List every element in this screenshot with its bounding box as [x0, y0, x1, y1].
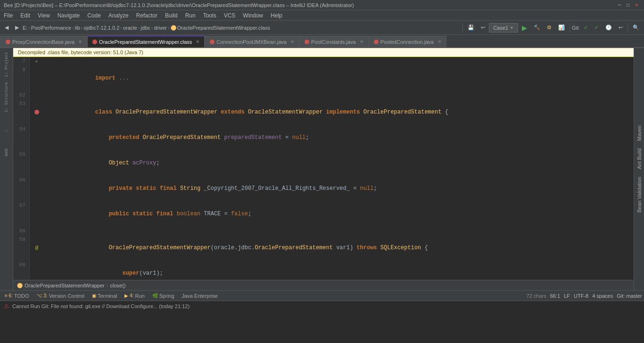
menu-help[interactable]: Help	[267, 10, 286, 20]
menu-run[interactable]: Run	[182, 10, 199, 20]
tab-pool-constants[interactable]: PoolConstants.java ✕	[299, 36, 369, 47]
git-history-btn[interactable]: 🕐	[603, 22, 615, 33]
tool-vcs[interactable]: ⌥ 3: Version Control	[34, 293, 87, 299]
bc-ojdbc[interactable]: ojdbc7-12.1.0.2	[83, 25, 119, 31]
sidebar-icon-web[interactable]: Web	[1, 147, 12, 158]
right-tab-ant[interactable]: Ant Build	[635, 145, 644, 173]
line-markers-57	[30, 201, 44, 227]
code-editor[interactable]: 7 ▸ 8 import ... 52	[13, 57, 634, 280]
toolbar-save-btn[interactable]: 💾	[465, 22, 477, 33]
bc-jdbc[interactable]: jdbc	[141, 25, 150, 31]
menu-window[interactable]: Window	[239, 10, 267, 20]
toolbar-back-btn[interactable]: ◀	[2, 22, 11, 33]
indent-status[interactable]: 4 spaces	[592, 293, 613, 299]
tab-close-jmx[interactable]: ✕	[290, 39, 294, 44]
menu-vcs[interactable]: VCS	[220, 10, 239, 20]
menu-analyze[interactable]: Analyze	[105, 10, 132, 20]
sidebar-icon-project[interactable]: 1: Project	[1, 50, 12, 79]
menu-file[interactable]: File	[0, 10, 17, 20]
bc-sep2: ›	[72, 25, 74, 31]
code-line-56: 56 private static final String _Copyrigh…	[13, 176, 634, 201]
git-update-btn[interactable]: ✓	[581, 22, 591, 33]
tool-java-enterprise[interactable]: Java Enterprise	[179, 293, 221, 299]
tab-close-pool[interactable]: ✕	[360, 39, 363, 44]
line-num-7: 7	[13, 57, 30, 65]
toolbar-sep1	[462, 23, 463, 33]
maximize-btn[interactable]: □	[624, 1, 632, 9]
line-content-55: Object acProxy;	[44, 150, 634, 176]
tab-icon-proxy	[6, 40, 10, 44]
error-bar: ⚠ Cannot Run Git: File not found: git.ex…	[0, 301, 644, 311]
bc-oracle[interactable]: oracle	[123, 25, 137, 31]
code-bc-class[interactable]: ⬤	[17, 282, 23, 288]
encoding-status[interactable]: UTF-8	[574, 293, 588, 299]
line-num-58: 58	[13, 227, 30, 235]
git-revert-btn[interactable]: ↩	[616, 22, 626, 33]
code-bc-classname[interactable]: OraclePreparedStatementWrapper	[25, 283, 105, 288]
bc-class[interactable]: ⬤	[171, 24, 176, 31]
tool-terminal[interactable]: ▣ Terminal	[89, 293, 120, 299]
sidebar-icon-structure[interactable]: 2: Structure	[1, 80, 12, 114]
fold-arrow-7[interactable]: ▸	[35, 58, 38, 64]
tab-pooled[interactable]: PooledConnection.java ✕	[369, 36, 446, 47]
tab-jmx[interactable]: ConnectionPoolJMXBean.java ✕	[205, 36, 299, 47]
title-bar-controls[interactable]: ─ □ ✕	[616, 1, 640, 9]
right-tab-bean[interactable]: Bean Validation	[635, 173, 644, 216]
sidebar-icon-favorites[interactable]: ☆	[1, 125, 12, 136]
breakpoint-53[interactable]	[34, 110, 39, 114]
bc-sep6: ›	[151, 25, 153, 31]
tool-todo-label: TODO	[14, 293, 29, 299]
toolbar-forward-btn[interactable]: ▶	[12, 22, 22, 33]
search-btn[interactable]: 🔍	[630, 22, 642, 33]
menu-view[interactable]: View	[34, 10, 54, 20]
tab-oracle-wrapper[interactable]: OraclePreparedStatementWrapper.class ✕	[87, 36, 205, 47]
tab-close-oracle[interactable]: ✕	[196, 39, 199, 44]
code-bc-method[interactable]: close()	[110, 283, 125, 288]
build-btn[interactable]: 🔨	[531, 22, 543, 33]
code-line-8: 8 import ...	[13, 65, 634, 91]
menu-refactor[interactable]: Refactor	[132, 10, 161, 20]
right-sidebar: Maven Ant Build Bean Validation	[634, 48, 644, 290]
right-tab-maven[interactable]: Maven	[635, 122, 644, 145]
bc-driver[interactable]: driver	[154, 25, 167, 31]
tool-spring[interactable]: 🌿 Spring	[149, 293, 177, 299]
menu-tools[interactable]: Tools	[199, 10, 220, 20]
bc-drive[interactable]: E:	[23, 25, 27, 31]
tab-close-proxy[interactable]: ✕	[78, 39, 82, 44]
git-commit-btn[interactable]: ✓	[592, 22, 602, 33]
rebuild-btn[interactable]: ⚙	[544, 22, 554, 33]
line-markers-8	[30, 65, 44, 91]
line-content-58	[44, 227, 634, 235]
casel-dropdown[interactable]: Case1 ▼	[489, 23, 518, 33]
menu-navigate[interactable]: Navigate	[54, 10, 83, 20]
menu-edit[interactable]: Edit	[17, 10, 34, 20]
toolbar-revert-btn[interactable]: ↩	[478, 22, 488, 33]
tool-todo[interactable]: ≡ 6: TODO	[2, 293, 32, 299]
menu-code[interactable]: Code	[83, 10, 105, 20]
close-btn[interactable]: ✕	[633, 1, 640, 9]
git-status[interactable]: Git: master	[617, 293, 642, 299]
title-bar: Bee [D:\Projects\Bee] – E:\PoolPerforman…	[0, 0, 644, 10]
error-text[interactable]: Cannot Run Git: File not found: git.exe …	[12, 303, 190, 309]
bc-sep3: ›	[81, 25, 83, 31]
minimize-btn[interactable]: ─	[616, 1, 623, 9]
bc-poolperf[interactable]: PoolPerformance	[31, 25, 71, 31]
line-num-53: 53	[13, 99, 30, 125]
line-markers-59: @	[30, 235, 44, 261]
tool-run[interactable]: ▶ 4: Run	[122, 293, 147, 299]
tool-run-label: Run	[135, 293, 145, 299]
line-markers-56	[30, 176, 44, 201]
menu-build[interactable]: Build	[161, 10, 182, 20]
line-num-54: 54	[13, 125, 30, 150]
tab-close-pooled[interactable]: ✕	[438, 39, 441, 44]
coverage-btn[interactable]: 📊	[555, 22, 568, 33]
code-breadcrumb-bar: ⬤ OraclePreparedStatementWrapper › close…	[13, 280, 634, 290]
bc-classname[interactable]: OraclePreparedStatementWrapper.class	[177, 25, 270, 31]
line-content-59: OraclePreparedStatementWrapper(oracle.jd…	[44, 235, 634, 261]
code-line-59: 59 @ OraclePreparedStatementWrapper(orac…	[13, 235, 634, 261]
line-content-53: class OraclePreparedStatementWrapper ext…	[44, 99, 634, 125]
bc-lib[interactable]: lib	[75, 25, 80, 31]
line-num-55: 55	[13, 150, 30, 176]
tab-proxy[interactable]: ProxyConnectionBase.java ✕	[0, 36, 87, 47]
run-btn[interactable]: ▶	[519, 22, 530, 33]
